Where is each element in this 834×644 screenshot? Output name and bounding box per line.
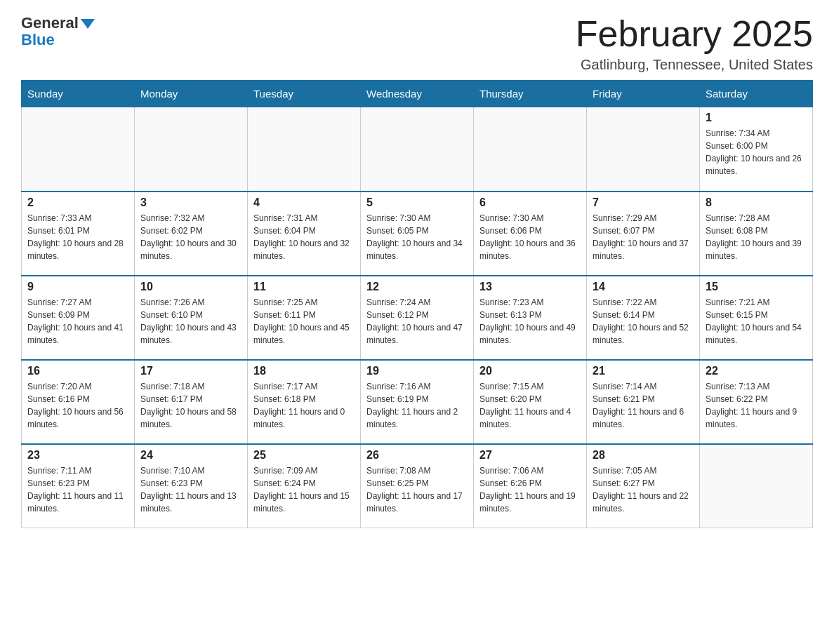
logo-general: General — [21, 14, 95, 32]
day-number: 11 — [253, 281, 355, 293]
day-info: Sunrise: 7:17 AMSunset: 6:18 PMDaylight:… — [253, 380, 355, 431]
day-info: Sunrise: 7:05 AMSunset: 6:27 PMDaylight:… — [593, 464, 694, 515]
day-number: 28 — [593, 449, 694, 462]
logo-blue-text: Blue — [21, 31, 55, 49]
table-row: 20Sunrise: 7:15 AMSunset: 6:20 PMDayligh… — [474, 360, 587, 444]
table-row: 16Sunrise: 7:20 AMSunset: 6:16 PMDayligh… — [22, 360, 135, 444]
header-friday: Friday — [587, 81, 700, 107]
day-info: Sunrise: 7:18 AMSunset: 6:17 PMDaylight:… — [140, 380, 241, 431]
day-number: 12 — [366, 281, 468, 293]
day-info: Sunrise: 7:23 AMSunset: 6:13 PMDaylight:… — [479, 296, 581, 347]
day-number: 5 — [366, 196, 468, 209]
table-row: 10Sunrise: 7:26 AMSunset: 6:10 PMDayligh… — [135, 276, 248, 360]
table-row — [474, 107, 587, 192]
table-row — [587, 107, 700, 192]
table-row: 13Sunrise: 7:23 AMSunset: 6:13 PMDayligh… — [474, 276, 587, 360]
day-number: 20 — [479, 365, 581, 377]
calendar-table: Sunday Monday Tuesday Wednesday Thursday… — [21, 80, 813, 528]
day-number: 4 — [253, 196, 355, 209]
logo: General Blue — [21, 14, 95, 49]
day-number: 2 — [27, 196, 128, 209]
table-row: 9Sunrise: 7:27 AMSunset: 6:09 PMDaylight… — [22, 276, 135, 360]
table-row: 4Sunrise: 7:31 AMSunset: 6:04 PMDaylight… — [248, 192, 361, 276]
day-info: Sunrise: 7:13 AMSunset: 6:22 PMDaylight:… — [706, 380, 807, 431]
table-row: 24Sunrise: 7:10 AMSunset: 6:23 PMDayligh… — [135, 444, 248, 528]
day-number: 25 — [253, 449, 355, 462]
day-info: Sunrise: 7:09 AMSunset: 6:24 PMDaylight:… — [253, 464, 355, 515]
table-row — [248, 107, 361, 192]
day-number: 22 — [706, 365, 807, 377]
day-info: Sunrise: 7:16 AMSunset: 6:19 PMDaylight:… — [366, 380, 468, 431]
day-number: 23 — [27, 449, 128, 462]
day-info: Sunrise: 7:30 AMSunset: 6:05 PMDaylight:… — [366, 212, 468, 262]
day-info: Sunrise: 7:20 AMSunset: 6:16 PMDaylight:… — [27, 380, 128, 431]
table-row: 23Sunrise: 7:11 AMSunset: 6:23 PMDayligh… — [22, 444, 135, 528]
table-row: 15Sunrise: 7:21 AMSunset: 6:15 PMDayligh… — [700, 276, 813, 360]
table-row: 6Sunrise: 7:30 AMSunset: 6:06 PMDaylight… — [474, 192, 587, 276]
table-row: 25Sunrise: 7:09 AMSunset: 6:24 PMDayligh… — [248, 444, 361, 528]
table-row: 3Sunrise: 7:32 AMSunset: 6:02 PMDaylight… — [135, 192, 248, 276]
day-info: Sunrise: 7:14 AMSunset: 6:21 PMDaylight:… — [593, 380, 694, 431]
day-number: 21 — [593, 365, 694, 377]
day-number: 14 — [593, 281, 694, 293]
calendar-week-row: 23Sunrise: 7:11 AMSunset: 6:23 PMDayligh… — [22, 444, 813, 528]
table-row: 27Sunrise: 7:06 AMSunset: 6:26 PMDayligh… — [474, 444, 587, 528]
table-row: 7Sunrise: 7:29 AMSunset: 6:07 PMDaylight… — [587, 192, 700, 276]
day-number: 16 — [27, 365, 128, 377]
day-number: 8 — [706, 196, 807, 209]
day-info: Sunrise: 7:27 AMSunset: 6:09 PMDaylight:… — [27, 296, 128, 347]
calendar-week-row: 1Sunrise: 7:34 AMSunset: 6:00 PMDaylight… — [22, 107, 813, 192]
day-number: 6 — [479, 196, 581, 209]
table-row: 5Sunrise: 7:30 AMSunset: 6:05 PMDaylight… — [361, 192, 474, 276]
calendar-week-row: 16Sunrise: 7:20 AMSunset: 6:16 PMDayligh… — [22, 360, 813, 444]
day-number: 19 — [366, 365, 468, 377]
logo-general-text: General — [21, 14, 79, 32]
day-number: 24 — [140, 449, 241, 462]
day-info: Sunrise: 7:28 AMSunset: 6:08 PMDaylight:… — [706, 212, 807, 262]
day-info: Sunrise: 7:30 AMSunset: 6:06 PMDaylight:… — [479, 212, 581, 262]
table-row: 26Sunrise: 7:08 AMSunset: 6:25 PMDayligh… — [361, 444, 474, 528]
table-row — [135, 107, 248, 192]
day-number: 15 — [706, 281, 807, 293]
table-row — [700, 444, 813, 528]
day-info: Sunrise: 7:10 AMSunset: 6:23 PMDaylight:… — [140, 464, 241, 515]
location-title: Gatlinburg, Tennessee, United States — [576, 57, 813, 73]
day-info: Sunrise: 7:34 AMSunset: 6:00 PMDaylight:… — [706, 127, 807, 177]
day-info: Sunrise: 7:08 AMSunset: 6:25 PMDaylight:… — [366, 464, 468, 515]
day-info: Sunrise: 7:25 AMSunset: 6:11 PMDaylight:… — [253, 296, 355, 347]
table-row: 17Sunrise: 7:18 AMSunset: 6:17 PMDayligh… — [135, 360, 248, 444]
day-info: Sunrise: 7:11 AMSunset: 6:23 PMDaylight:… — [27, 464, 128, 515]
day-info: Sunrise: 7:21 AMSunset: 6:15 PMDaylight:… — [706, 296, 807, 347]
calendar-week-row: 9Sunrise: 7:27 AMSunset: 6:09 PMDaylight… — [22, 276, 813, 360]
title-section: February 2025 Gatlinburg, Tennessee, Uni… — [576, 14, 813, 73]
table-row: 8Sunrise: 7:28 AMSunset: 6:08 PMDaylight… — [700, 192, 813, 276]
day-number: 26 — [366, 449, 468, 462]
day-number: 13 — [479, 281, 581, 293]
logo-arrow-icon — [81, 19, 95, 29]
day-number: 17 — [140, 365, 241, 377]
day-info: Sunrise: 7:22 AMSunset: 6:14 PMDaylight:… — [593, 296, 694, 347]
table-row: 11Sunrise: 7:25 AMSunset: 6:11 PMDayligh… — [248, 276, 361, 360]
calendar-week-row: 2Sunrise: 7:33 AMSunset: 6:01 PMDaylight… — [22, 192, 813, 276]
day-number: 10 — [140, 281, 241, 293]
calendar-header-row: Sunday Monday Tuesday Wednesday Thursday… — [22, 81, 813, 107]
day-info: Sunrise: 7:29 AMSunset: 6:07 PMDaylight:… — [593, 212, 694, 262]
day-info: Sunrise: 7:26 AMSunset: 6:10 PMDaylight:… — [140, 296, 241, 347]
table-row: 21Sunrise: 7:14 AMSunset: 6:21 PMDayligh… — [587, 360, 700, 444]
table-row: 18Sunrise: 7:17 AMSunset: 6:18 PMDayligh… — [248, 360, 361, 444]
table-row: 2Sunrise: 7:33 AMSunset: 6:01 PMDaylight… — [22, 192, 135, 276]
header-thursday: Thursday — [474, 81, 587, 107]
day-number: 9 — [27, 281, 128, 293]
day-info: Sunrise: 7:15 AMSunset: 6:20 PMDaylight:… — [479, 380, 581, 431]
day-info: Sunrise: 7:31 AMSunset: 6:04 PMDaylight:… — [253, 212, 355, 262]
day-number: 27 — [479, 449, 581, 462]
day-number: 1 — [706, 112, 807, 124]
day-info: Sunrise: 7:06 AMSunset: 6:26 PMDaylight:… — [479, 464, 581, 515]
table-row: 28Sunrise: 7:05 AMSunset: 6:27 PMDayligh… — [587, 444, 700, 528]
table-row: 1Sunrise: 7:34 AMSunset: 6:00 PMDaylight… — [700, 107, 813, 192]
page-header: General Blue February 2025 Gatlinburg, T… — [21, 14, 813, 73]
table-row: 19Sunrise: 7:16 AMSunset: 6:19 PMDayligh… — [361, 360, 474, 444]
header-tuesday: Tuesday — [248, 81, 361, 107]
day-info: Sunrise: 7:32 AMSunset: 6:02 PMDaylight:… — [140, 212, 241, 262]
day-info: Sunrise: 7:33 AMSunset: 6:01 PMDaylight:… — [27, 212, 128, 262]
